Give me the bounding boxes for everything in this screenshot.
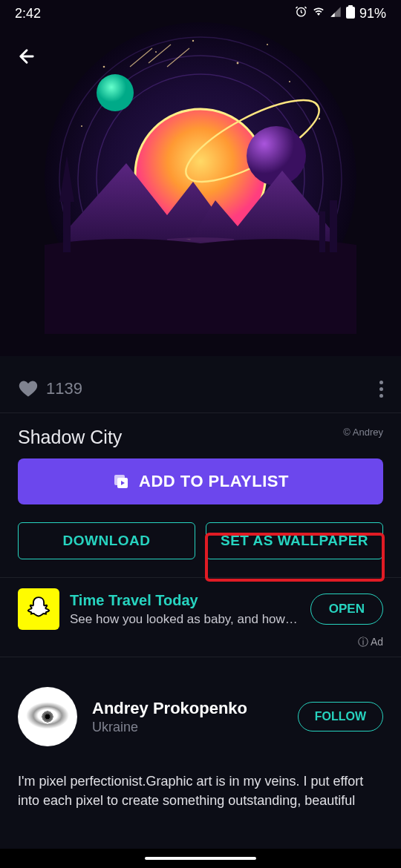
svg-point-23 (97, 74, 134, 111)
action-buttons-row: DOWNLOAD SET AS WALLPAPER (0, 522, 401, 577)
like-count: 1139 (46, 379, 82, 398)
wallpaper-preview (0, 0, 401, 356)
add-to-playlist-button[interactable]: ADD TO PLAYLIST (18, 458, 383, 504)
ad-subtitle: See how you looked as baby, and how y… (70, 612, 300, 627)
svg-point-8 (155, 51, 157, 53)
profile-avatar[interactable] (18, 687, 77, 746)
profile-header: Andrey Prokopenko Ukraine FOLLOW (18, 687, 383, 746)
svg-point-10 (289, 81, 290, 82)
home-indicator[interactable] (145, 857, 256, 860)
status-indicators: 91% (295, 5, 386, 22)
battery-icon (346, 5, 355, 22)
svg-rect-1 (346, 7, 355, 19)
download-label: DOWNLOAD (63, 533, 151, 549)
svg-point-13 (267, 44, 268, 45)
ad-app-icon[interactable] (18, 588, 59, 630)
svg-rect-28 (63, 200, 71, 252)
set-wallpaper-label: SET AS WALLPAPER (221, 533, 368, 549)
copyright-text: © Andrey (343, 427, 383, 438)
profile-section: Andrey Prokopenko Ukraine FOLLOW I'm pix… (0, 657, 401, 825)
navigation-bar (0, 849, 401, 868)
heart-icon (18, 378, 39, 399)
profile-name: Andrey Prokopenko (92, 699, 283, 718)
svg-point-14 (192, 40, 194, 42)
back-button[interactable] (13, 43, 40, 70)
playlist-icon (112, 473, 130, 490)
ad-text[interactable]: Time Travel Today See how you looked as … (70, 592, 300, 627)
profile-bio: I'm pixel perfectionist.Graphic art is i… (18, 772, 383, 810)
add-to-playlist-label: ADD TO PLAYLIST (139, 472, 289, 491)
svg-point-9 (237, 62, 239, 65)
wallpaper-title: Shadow City (18, 427, 122, 448)
ad-section: Time Travel Today See how you looked as … (0, 577, 401, 657)
ad-title: Time Travel Today (70, 592, 300, 609)
alarm-icon (295, 5, 307, 22)
profile-info[interactable]: Andrey Prokopenko Ukraine (92, 699, 283, 735)
status-bar: 2:42 91% (0, 0, 401, 27)
set-as-wallpaper-button[interactable]: SET AS WALLPAPER (206, 522, 383, 559)
ad-cta-label: OPEN (329, 602, 365, 616)
svg-rect-2 (348, 5, 353, 7)
svg-point-22 (247, 126, 306, 185)
like-button[interactable]: 1139 (18, 378, 82, 399)
wallpaper-artwork (45, 22, 356, 334)
profile-location: Ukraine (92, 720, 283, 735)
ad-open-button[interactable]: OPEN (310, 594, 383, 625)
ad-badge: ⓘ Ad (18, 636, 383, 649)
svg-point-12 (81, 125, 82, 127)
title-row: Shadow City © Andrey (0, 413, 401, 458)
svg-point-7 (103, 66, 105, 68)
snapchat-icon (25, 595, 53, 623)
stats-row: 1139 (0, 356, 401, 413)
svg-rect-30 (319, 211, 325, 252)
wifi-icon (312, 5, 325, 22)
follow-label: FOLLOW (315, 710, 366, 723)
status-time: 2:42 (15, 6, 41, 22)
battery-percent: 91% (359, 6, 386, 22)
signal-icon (330, 6, 342, 22)
follow-button[interactable]: FOLLOW (298, 702, 383, 731)
svg-rect-31 (330, 200, 337, 252)
svg-point-11 (319, 118, 320, 119)
arrow-left-icon (16, 46, 37, 67)
more-options-button[interactable] (379, 381, 383, 398)
download-button[interactable]: DOWNLOAD (18, 522, 195, 559)
